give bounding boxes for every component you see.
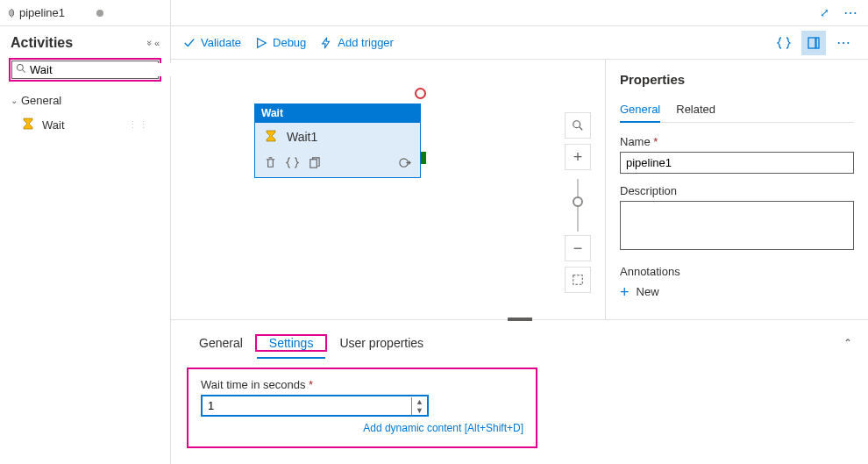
zoom-out-button[interactable]: − — [565, 235, 591, 261]
braces-icon — [777, 36, 791, 50]
pane-resize-handle[interactable] — [508, 318, 532, 321]
success-connector-handle[interactable] — [421, 152, 426, 164]
svg-rect-4 — [310, 160, 317, 168]
check-icon — [183, 37, 196, 49]
activity-search-field[interactable] — [30, 63, 177, 76]
delete-node-button[interactable] — [264, 156, 277, 172]
validation-error-icon — [415, 88, 426, 99]
pipeline-tab[interactable]: ⟬⟭ pipeline1 — [7, 6, 103, 19]
add-trigger-button[interactable]: Add trigger — [320, 36, 394, 49]
more-menu-icon[interactable]: ⋯ — [840, 3, 861, 24]
debug-label: Debug — [273, 36, 306, 49]
wait-time-input[interactable]: ▲ ▼ — [201, 395, 429, 417]
description-field-label: Description — [620, 184, 854, 197]
fit-to-screen-button[interactable] — [565, 267, 591, 293]
validate-label: Validate — [201, 36, 241, 49]
hourglass-icon — [21, 118, 35, 132]
drag-handle-icon[interactable]: ⋮⋮ — [128, 119, 149, 131]
node-output-button[interactable] — [398, 156, 411, 172]
collapse-bottom-pane-icon[interactable]: ⌃ — [843, 337, 852, 349]
new-label: New — [637, 285, 659, 298]
properties-panel: Properties General Related Name * Descri… — [605, 60, 868, 319]
zoom-slider[interactable] — [577, 179, 579, 232]
toolbar-more-icon[interactable]: ⋯ — [831, 31, 856, 55]
activity-group-general[interactable]: ⌄ General — [0, 89, 170, 112]
activity-item-wait[interactable]: Wait ⋮⋮ — [0, 112, 170, 137]
activity-node-wait[interactable]: Wait Wait1 — [254, 104, 421, 178]
svg-line-7 — [580, 127, 583, 131]
unsaved-indicator-icon — [96, 10, 103, 17]
activities-heading: Activities — [11, 35, 147, 51]
bottom-tab-user-properties[interactable]: User properties — [327, 329, 436, 357]
add-trigger-label: Add trigger — [338, 36, 394, 49]
spinner-down-button[interactable]: ▼ — [416, 406, 423, 415]
bottom-tab-general[interactable]: General — [187, 329, 255, 357]
expand-window-icon[interactable]: ⤢ — [814, 3, 835, 24]
tab-general[interactable]: General — [620, 97, 660, 123]
chevron-down-icon: ⌄ — [11, 96, 18, 105]
zoom-in-button[interactable]: + — [565, 144, 591, 170]
hourglass-icon — [264, 130, 278, 144]
pipeline-icon: ⟬⟭ — [7, 6, 14, 19]
properties-toggle-button[interactable] — [801, 31, 826, 55]
svg-rect-2 — [808, 38, 815, 48]
debug-button[interactable]: Debug — [255, 36, 306, 49]
svg-point-0 — [18, 65, 24, 71]
search-icon — [16, 63, 26, 76]
annotations-label: Annotations — [620, 265, 854, 278]
wait-time-field[interactable] — [203, 396, 411, 415]
clone-node-button[interactable] — [308, 156, 321, 172]
properties-heading: Properties — [620, 72, 854, 87]
pipeline-canvas[interactable]: Wait Wait1 — [171, 60, 605, 319]
code-view-button[interactable] — [772, 31, 796, 55]
expand-all-icon[interactable]: » — [145, 40, 155, 46]
svg-point-6 — [573, 121, 580, 128]
svg-rect-3 — [816, 38, 819, 48]
tab-related[interactable]: Related — [676, 97, 715, 122]
activity-item-label: Wait — [42, 118, 65, 132]
properties-icon — [807, 36, 821, 50]
activity-group-label: General — [21, 94, 61, 107]
add-dynamic-content-link[interactable]: Add dynamic content [Alt+Shift+D] — [201, 422, 523, 434]
node-type-label: Wait — [254, 104, 421, 123]
name-field-label: Name * — [620, 135, 854, 148]
node-code-button[interactable] — [286, 156, 299, 172]
svg-line-1 — [23, 70, 25, 73]
bottom-tab-settings[interactable]: Settings — [257, 329, 326, 359]
lightning-icon — [320, 37, 332, 49]
add-annotation-button[interactable]: + New — [620, 285, 854, 298]
validate-button[interactable]: Validate — [183, 36, 241, 49]
zoom-reset-button[interactable] — [565, 112, 591, 139]
name-input[interactable] — [620, 152, 854, 174]
play-icon — [255, 37, 267, 49]
svg-rect-8 — [573, 275, 583, 285]
zoom-thumb[interactable] — [573, 196, 583, 207]
pipeline-tab-label: pipeline1 — [19, 6, 65, 19]
wait-time-label: Wait time in seconds * — [201, 378, 523, 391]
description-input[interactable] — [620, 201, 854, 250]
node-name-label: Wait1 — [287, 130, 317, 144]
activity-search-input[interactable] — [11, 61, 159, 79]
spinner-up-button[interactable]: ▲ — [416, 397, 423, 406]
